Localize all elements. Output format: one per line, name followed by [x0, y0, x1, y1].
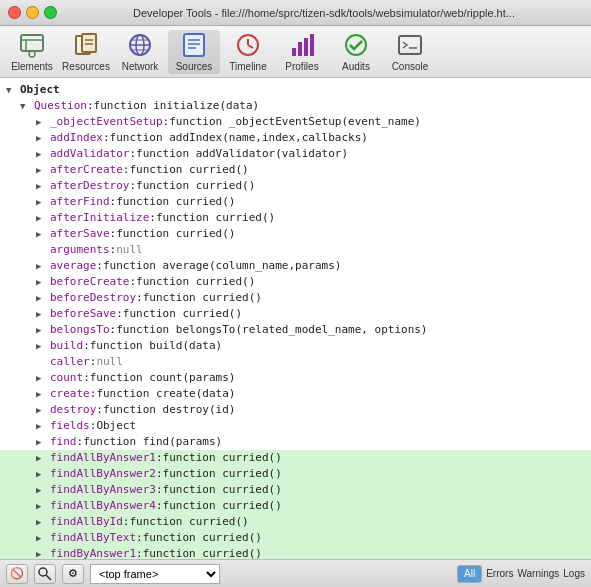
- tree-key: afterInitialize: [50, 210, 149, 226]
- tree-item[interactable]: ▼ Question: function initialize(data): [0, 98, 591, 114]
- tree-arrow[interactable]: ▶: [36, 210, 50, 226]
- frame-select[interactable]: <top frame>: [90, 564, 220, 584]
- tab-profiles[interactable]: Profiles: [276, 30, 328, 74]
- tree-item[interactable]: ▶ count: function count(params): [0, 370, 591, 386]
- resources-label: Resources: [62, 61, 110, 72]
- tree-item[interactable]: ▶ afterSave: function curried(): [0, 226, 591, 242]
- tab-elements[interactable]: Elements: [6, 30, 58, 74]
- settings-button[interactable]: ⚙: [62, 564, 84, 584]
- tree-item[interactable]: ▶ findAllById: function curried(): [0, 514, 591, 530]
- tree-arrow[interactable]: ▶: [36, 338, 50, 354]
- tree-root[interactable]: ▼ Object: [0, 82, 591, 98]
- tree-arrow[interactable]: ▶: [36, 434, 50, 450]
- tree-item[interactable]: ▶ afterFind: function curried(): [0, 194, 591, 210]
- tree-key: findAllById: [50, 514, 123, 530]
- errors-filter-label[interactable]: Errors: [486, 568, 513, 579]
- tab-resources[interactable]: Resources: [60, 30, 112, 74]
- tree-item[interactable]: ▶ findAllByAnswer2: function curried(): [0, 466, 591, 482]
- tree-arrow[interactable]: ▶: [36, 482, 50, 498]
- tree-value: null: [96, 354, 123, 370]
- network-label: Network: [122, 61, 159, 72]
- tree-arrow[interactable]: ▶: [36, 178, 50, 194]
- tree-arrow[interactable]: ▶: [36, 402, 50, 418]
- tree-item[interactable]: ▶ addIndex: function addIndex(name,index…: [0, 130, 591, 146]
- tab-console[interactable]: Console: [384, 30, 436, 74]
- tree-arrow[interactable]: ▶: [36, 498, 50, 514]
- tree-arrow[interactable]: ▶: [36, 322, 50, 338]
- tree-item[interactable]: ▶ _objectEventSetup: function _objectEve…: [0, 114, 591, 130]
- tree-item[interactable]: ▶ afterInitialize: function curried(): [0, 210, 591, 226]
- tree-arrow[interactable]: ▶: [36, 530, 50, 546]
- tree-arrow[interactable]: ▶: [36, 274, 50, 290]
- tree-arrow[interactable]: ▶: [36, 130, 50, 146]
- tree-item[interactable]: ▶ addValidator: function addValidator(va…: [0, 146, 591, 162]
- tree-arrow[interactable]: ▶: [36, 114, 50, 130]
- tree-item[interactable]: ▶ findAllByAnswer4: function curried(): [0, 498, 591, 514]
- tree-arrow[interactable]: ▶: [36, 258, 50, 274]
- tree-arrow[interactable]: ▶: [36, 162, 50, 178]
- timeline-label: Timeline: [229, 61, 266, 72]
- tree-arrow[interactable]: ▶: [36, 290, 50, 306]
- clear-button[interactable]: 🚫: [6, 564, 28, 584]
- tab-sources[interactable]: Sources: [168, 30, 220, 74]
- tree-item[interactable]: ▶ fields: Object: [0, 418, 591, 434]
- tree-item[interactable]: ▶ beforeSave: function curried(): [0, 306, 591, 322]
- tree-arrow[interactable]: ▶: [36, 418, 50, 434]
- content-area[interactable]: ▼ Object ▼ Question: function initialize…: [0, 78, 591, 559]
- tree-key: findByAnswer1: [50, 546, 136, 559]
- svg-point-24: [346, 35, 366, 55]
- tree-value: function average(column_name,params): [103, 258, 341, 274]
- inspect-button[interactable]: [34, 564, 56, 584]
- tree-item[interactable]: ▶ findAllByAnswer1: function curried(): [0, 450, 591, 466]
- tree-item[interactable]: ▶ beforeCreate: function curried(): [0, 274, 591, 290]
- tree-item[interactable]: ▶ destroy: function destroy(id): [0, 402, 591, 418]
- tab-audits[interactable]: Audits: [330, 30, 382, 74]
- warnings-filter-label[interactable]: Warnings: [517, 568, 559, 579]
- tree-arrow: [36, 242, 50, 258]
- tree-arrow[interactable]: ▶: [36, 194, 50, 210]
- window-controls[interactable]: [8, 6, 57, 19]
- tree-arrow[interactable]: ▶: [36, 370, 50, 386]
- tab-network[interactable]: Network: [114, 30, 166, 74]
- tree-arrow[interactable]: ▶: [36, 386, 50, 402]
- tree-item[interactable]: ▶ find: function find(params): [0, 434, 591, 450]
- all-filter-button[interactable]: All: [457, 565, 482, 583]
- tree-value: function addValidator(validator): [136, 146, 348, 162]
- tree-item[interactable]: ▶ findAllByAnswer3: function curried(): [0, 482, 591, 498]
- tree-item[interactable]: caller: null: [0, 354, 591, 370]
- close-button[interactable]: [8, 6, 21, 19]
- tree-key: beforeCreate: [50, 274, 129, 290]
- tree-key: create: [50, 386, 90, 402]
- tree-item[interactable]: ▶ build: function build(data): [0, 338, 591, 354]
- tree-arrow[interactable]: ▶: [36, 306, 50, 322]
- tree-arrow[interactable]: ▶: [36, 450, 50, 466]
- tree-arrow[interactable]: ▶: [36, 514, 50, 530]
- tree-item[interactable]: arguments: null: [0, 242, 591, 258]
- tree-arrow[interactable]: ▶: [36, 546, 50, 559]
- tree-arrow[interactable]: ▶: [36, 226, 50, 242]
- tree-key: findAllByAnswer1: [50, 450, 156, 466]
- tree-item[interactable]: ▶ findByAnswer1: function curried(): [0, 546, 591, 559]
- tree-key: build: [50, 338, 83, 354]
- logs-filter-label[interactable]: Logs: [563, 568, 585, 579]
- tab-timeline[interactable]: Timeline: [222, 30, 274, 74]
- tree-item[interactable]: ▶ create: function create(data): [0, 386, 591, 402]
- svg-line-28: [46, 575, 51, 580]
- window-title: Developer Tools - file:///home/sprc/tize…: [65, 7, 583, 19]
- tree-item[interactable]: ▶ belongsTo: function belongsTo(related_…: [0, 322, 591, 338]
- tree-arrow[interactable]: ▼: [20, 98, 34, 114]
- tree-item[interactable]: ▶ average: function average(column_name,…: [0, 258, 591, 274]
- filter-group: All Errors Warnings Logs: [457, 565, 585, 583]
- tree-item[interactable]: ▶ afterCreate: function curried(): [0, 162, 591, 178]
- tree-arrow[interactable]: ▶: [36, 466, 50, 482]
- tree-root-arrow[interactable]: ▼: [6, 82, 20, 98]
- tree-item[interactable]: ▶ findAllByText: function curried(): [0, 530, 591, 546]
- tree-value: function find(params): [83, 434, 222, 450]
- tree-item[interactable]: ▶ beforeDestroy: function curried(): [0, 290, 591, 306]
- tree-arrow[interactable]: ▶: [36, 146, 50, 162]
- svg-rect-23: [310, 34, 314, 56]
- tree-item[interactable]: ▶ afterDestroy: function curried(): [0, 178, 591, 194]
- tree-key: addIndex: [50, 130, 103, 146]
- minimize-button[interactable]: [26, 6, 39, 19]
- maximize-button[interactable]: [44, 6, 57, 19]
